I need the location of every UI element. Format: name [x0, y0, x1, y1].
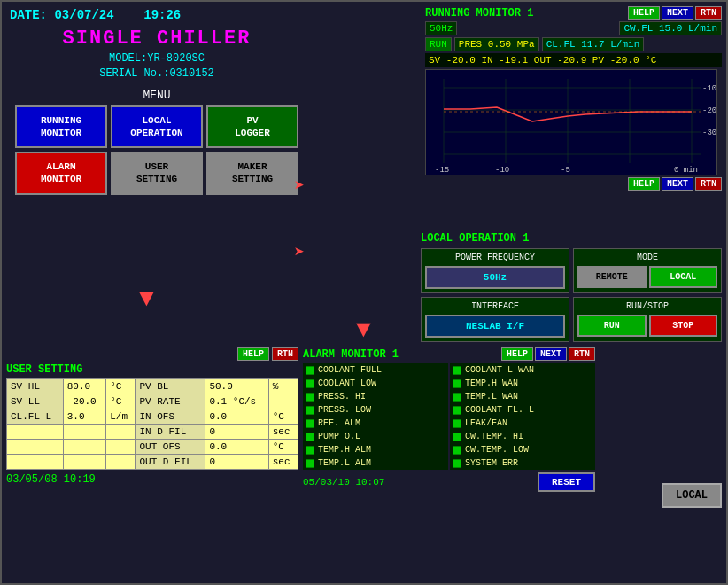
running-help-button[interactable]: HELP: [628, 6, 660, 20]
list-item: COOLANT L WAN: [450, 363, 595, 377]
user-setting-button[interactable]: USERSETTING: [111, 152, 203, 195]
alarm-monitor-button[interactable]: ALARMMONITOR: [15, 152, 107, 195]
list-item: PUMP O.L: [303, 430, 448, 443]
out-ofs-value: 0.0: [205, 440, 268, 455]
serial-label: SERIAL No.:0310152: [6, 66, 307, 82]
list-item: PRESS. LOW: [303, 403, 448, 417]
cl-fl-l-value: 3.0: [63, 410, 105, 425]
alarm-led: [306, 366, 314, 375]
pv-rate-unit: [268, 394, 298, 410]
run-button[interactable]: RUN: [577, 315, 647, 337]
arrow-right-running: ➤: [294, 175, 305, 197]
freq-button[interactable]: 50Hz: [425, 266, 565, 289]
local-operation-panel: LOCAL OPERATION 1 POWER FREQUENCY 50Hz M…: [421, 232, 722, 342]
local-mode-button[interactable]: LOCAL: [649, 266, 718, 288]
remote-button[interactable]: REMOTE: [577, 266, 647, 288]
alarm-text: LEAK/FAN: [465, 418, 507, 428]
list-item: TEMP.L ALM: [303, 456, 448, 470]
svg-text:0 min: 0 min: [674, 166, 698, 175]
svg-text:-10: -10: [702, 84, 716, 93]
chart-rtn-button[interactable]: RTN: [695, 177, 722, 191]
list-item: SYSTEM ERR: [450, 456, 595, 470]
running-monitor-button[interactable]: RUNNINGMONITOR: [15, 105, 107, 149]
chart-buttons: HELP NEXT RTN: [425, 177, 722, 191]
local-operation-button[interactable]: LOCALOPERATION: [111, 105, 203, 149]
mode-section: MODE REMOTE LOCAL: [573, 248, 722, 293]
alarm-text: TEMP.L WAN: [465, 392, 518, 402]
run-stop-buttons: RUN STOP: [577, 315, 717, 337]
menu-label: MENU: [6, 89, 307, 102]
sv-hl-value: 80.0: [63, 379, 105, 394]
alarm-help-button[interactable]: HELP: [501, 347, 533, 361]
svg-text:-10: -10: [495, 166, 509, 175]
alarm-text: TEMP.H ALM: [318, 445, 371, 455]
table-row: IN D FIL 0 sec: [7, 425, 298, 440]
in-d-fil-label: IN D FIL: [136, 425, 205, 440]
svg-text:-5: -5: [561, 166, 570, 175]
main-container: DATE: 03/07/24 19:26 SINGLE CHILLER MODE…: [0, 0, 728, 585]
reset-button[interactable]: RESET: [538, 472, 595, 492]
alarm-date: 05/03/10 10:07: [303, 477, 384, 488]
chart-next-button[interactable]: NEXT: [662, 177, 693, 191]
alarm-led: [453, 459, 461, 468]
sv-line: SV -20.0 IN -19.1 OUT -20.9 PV -20.0 °C: [425, 53, 722, 67]
interface-label: INTERFACE: [425, 301, 565, 311]
user-setting-title: USER SETTING: [6, 363, 298, 376]
alarm-led: [306, 379, 314, 388]
monitor-header: RUNNING MONITOR 1 HELP NEXT RTN: [425, 6, 722, 20]
table-row: OUT D FIL 0 sec: [7, 455, 298, 470]
list-item: TEMP.H ALM: [303, 443, 448, 456]
alarm-next-button[interactable]: NEXT: [535, 347, 567, 361]
list-item: CW.TEMP. LOW: [450, 443, 595, 456]
list-item: TEMP.H WAN: [450, 377, 595, 390]
user-help-button[interactable]: HELP: [237, 347, 269, 361]
run-stop-section: RUN/STOP RUN STOP: [573, 297, 722, 342]
alarm-led: [306, 446, 314, 455]
interface-button[interactable]: NESLAB I/F: [425, 315, 565, 338]
table-row: OUT OFS 0.0 °C: [7, 440, 298, 455]
chart-help-button[interactable]: HELP: [628, 177, 660, 191]
alarm-text: COOLANT FULL: [318, 365, 382, 375]
svg-text:-30: -30: [702, 129, 716, 137]
alarm-text: TEMP.L ALM: [318, 458, 371, 468]
pv-bl-unit: %: [268, 379, 298, 394]
date-value: 03/07/24: [54, 8, 113, 22]
alarm-text: COOLANT L WAN: [465, 365, 534, 375]
stop-button[interactable]: STOP: [649, 315, 718, 337]
interface-section: INTERFACE NESLAB I/F: [421, 297, 569, 342]
alarm-text: SYSTEM ERR: [465, 458, 518, 468]
list-item: PRESS. HI: [303, 390, 448, 403]
in-d-fil-value: 0: [205, 425, 268, 440]
alarm-text: COOLANT FL. L: [465, 405, 534, 415]
user-setting-panel: HELP RTN USER SETTING SV HL 80.0 °C PV B…: [6, 347, 298, 486]
alarm-buttons: HELP NEXT RTN: [501, 347, 595, 361]
alarm-title: ALARM MONITOR 1: [303, 348, 399, 361]
alarm-header: ALARM MONITOR 1 HELP NEXT RTN: [303, 347, 595, 361]
alarm-col-left: COOLANT FULL COOLANT LOW PRESS. HI PRESS…: [303, 363, 448, 470]
alarm-led: [306, 433, 314, 441]
sv-hl-label: SV HL: [7, 379, 64, 394]
cl-fl-l-unit: L/m: [106, 410, 136, 425]
pv-rate-value: 0.1 °C/s: [205, 394, 268, 410]
user-rtn-button[interactable]: RTN: [272, 347, 298, 361]
local-button[interactable]: LOCAL: [662, 483, 722, 508]
list-item: COOLANT FULL: [303, 363, 448, 377]
run-field: RUN: [425, 37, 452, 51]
maker-setting-button[interactable]: MAKERSETTING: [206, 152, 298, 195]
pv-logger-button[interactable]: PVLOGGER: [206, 105, 298, 149]
table-row: SV LL -20.0 °C PV RATE 0.1 °C/s: [7, 394, 298, 410]
running-next-button[interactable]: NEXT: [662, 6, 693, 20]
user-setting-table: SV HL 80.0 °C PV BL 50.0 % SV LL -20.0 °…: [6, 378, 298, 470]
alarm-monitor-panel: ALARM MONITOR 1 HELP NEXT RTN COOLANT FU…: [303, 347, 595, 492]
alarm-text: PRESS. HI: [318, 392, 366, 402]
out-ofs-unit: °C: [268, 440, 298, 455]
running-rtn-button[interactable]: RTN: [695, 6, 722, 20]
alarm-led: [453, 366, 461, 375]
running-monitor-panel: RUNNING MONITOR 1 HELP NEXT RTN 50Hz CW.…: [425, 6, 722, 192]
sv-hl-unit: °C: [106, 379, 136, 394]
list-item: REF. ALM: [303, 417, 448, 430]
local-op-grid: POWER FREQUENCY 50Hz MODE REMOTE LOCAL I…: [421, 248, 722, 342]
running-monitor-title: RUNNING MONITOR 1: [425, 7, 533, 20]
alarm-rtn-button[interactable]: RTN: [569, 347, 595, 361]
pv-bl-value: 50.0: [205, 379, 268, 394]
